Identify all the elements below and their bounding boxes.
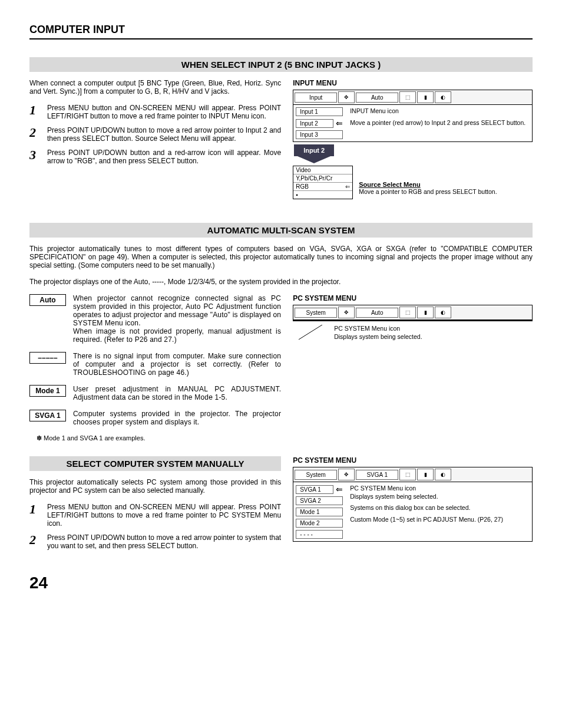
joystick-icon: ✥: [338, 307, 355, 318]
mode-box-auto: Auto: [29, 294, 66, 306]
menu-icon: ◐: [435, 469, 451, 480]
source-item: Video: [293, 166, 352, 174]
system-item: SVGA 1: [296, 485, 333, 494]
menu-icon: ◐: [435, 91, 451, 103]
source-item: RGB: [296, 183, 309, 190]
menu-icon: ▮: [417, 307, 434, 318]
source-menu-note: Move a pointer to RGB and press SELECT b…: [359, 188, 533, 196]
section1-intro: When connect a computer output [5 BNC Ty…: [29, 79, 281, 95]
source-item: Y,Pb/Cb,Pr/Cr: [293, 174, 352, 183]
pc-system-menu-label: PC SYSTEM MENU: [293, 456, 533, 465]
menu-btn-auto: Auto: [356, 308, 398, 318]
joystick-icon: ✥: [338, 469, 355, 480]
menu-btn-svga1: SVGA 1: [356, 470, 398, 480]
menu-icon: ▮: [417, 469, 434, 480]
mode-text: When projector cannot recognize connecte…: [73, 294, 281, 344]
section-heading-input2: WHEN SELECT INPUT 2 (5 BNC INPUT JACKS ): [29, 57, 533, 72]
menu-icon: ▮: [417, 91, 434, 103]
pointer-line-icon: [293, 325, 328, 342]
step-number: 2: [29, 126, 41, 143]
pc-system-menu-diagram: System ✥ Auto ⬚ ▮ ◐: [293, 305, 533, 321]
input-menu-label: INPUT MENU: [293, 79, 533, 87]
mode-box-mode1: Mode 1: [29, 385, 66, 397]
menu-icon: ⬚: [399, 469, 416, 480]
step-text: Press POINT UP/DOWN button and a red-arr…: [47, 149, 281, 165]
arrow-left-icon: ⇐: [336, 485, 343, 494]
pc-menu-note: PC SYSTEM Menu icon Displays system bein…: [334, 325, 422, 342]
mode-text: User preset adjustment in MANUAL PC ADJU…: [73, 385, 281, 401]
step-text: Press POINT UP/DOWN button to move a red…: [47, 126, 281, 143]
mode-box-blank: –––––: [29, 352, 66, 364]
step-text: Press MENU button and ON-SCREEN MENU wil…: [47, 503, 281, 528]
page-title: COMPUTER INPUT: [29, 24, 533, 39]
step-number: 2: [29, 533, 41, 550]
note-text: Custom Mode (1~5) set in PC ADJUST Menu.…: [350, 516, 530, 524]
menu-btn-auto: Auto: [356, 93, 398, 103]
section-heading-manual: SELECT COMPUTER SYSTEM MANUALLY: [29, 456, 281, 471]
joystick-icon: ✥: [338, 91, 355, 103]
section2-para2: The projector displays one of the Auto, …: [29, 278, 533, 286]
arrow-left-icon: ⇐: [336, 118, 343, 128]
menu-btn-system: System: [295, 470, 337, 480]
system-item: SVGA 2: [296, 496, 343, 505]
arrow-left-icon: ⇐: [345, 183, 350, 190]
menu-icon: ◐: [435, 307, 451, 318]
input-menu-diagram: Input ✥ Auto ⬚ ▮ ◐ Input 1 Input 2 ⇐ Inp…: [293, 90, 533, 142]
step-text: Press POINT UP/DOWN button to move a red…: [47, 533, 281, 550]
note-text: PC SYSTEM Menu icon Displays system bein…: [350, 485, 530, 500]
note-text: Systems on this dialog box can be select…: [350, 504, 530, 512]
source-select-list: Video Y,Pb/Cb,Pr/Cr RGB ⇐ ▪: [293, 166, 353, 199]
step-number: 1: [29, 104, 41, 120]
system-item: - - - -: [296, 530, 343, 539]
mode-text: Computer systems provided in the project…: [73, 410, 281, 426]
input-item: Input 2: [296, 119, 333, 128]
svg-line-0: [299, 325, 322, 340]
pc-system-menu-label: PC SYSTEM MENU: [293, 294, 533, 302]
step-number: 3: [29, 149, 41, 165]
menu-icon: ⬚: [399, 307, 416, 318]
page-number: 24: [29, 574, 533, 592]
input-item: Input 3: [296, 130, 343, 139]
source-menu-title: Source Select Menu: [359, 181, 533, 188]
mode-box-svga1: SVGA 1: [29, 410, 66, 421]
menu-btn-input: Input: [295, 93, 337, 103]
note-title: INPUT Menu icon: [350, 107, 530, 116]
section2-para1: This projector automatically tunes to mo…: [29, 245, 533, 269]
arrow-label: Input 2: [294, 144, 334, 156]
system-item: Mode 2: [296, 519, 343, 528]
section-heading-multiscan: AUTOMATIC MULTI-SCAN SYSTEM: [29, 223, 533, 238]
system-item: Mode 1: [296, 508, 343, 516]
menu-btn-system: System: [295, 308, 337, 318]
source-item-blank: ▪: [293, 191, 352, 199]
menu-icon: ⬚: [399, 91, 416, 103]
mode-text: There is no signal input from computer. …: [73, 352, 281, 377]
pc-system-menu-diagram-2: System ✥ SVGA 1 ⬚ ▮ ◐ SVGA 1 ⇐ SVGA 2 Mo…: [293, 467, 533, 542]
note-text: Move a pointer (red arrow) to Input 2 an…: [350, 119, 530, 127]
input-item: Input 1: [296, 107, 343, 116]
step-number: 1: [29, 503, 41, 528]
footnote: ✽ Mode 1 and SVGA 1 are examples.: [37, 434, 281, 442]
section3-intro: This projector automatically selects PC …: [29, 478, 281, 495]
down-arrow-icon: [297, 156, 330, 163]
step-text: Press MENU button and ON-SCREEN MENU wil…: [47, 104, 281, 120]
